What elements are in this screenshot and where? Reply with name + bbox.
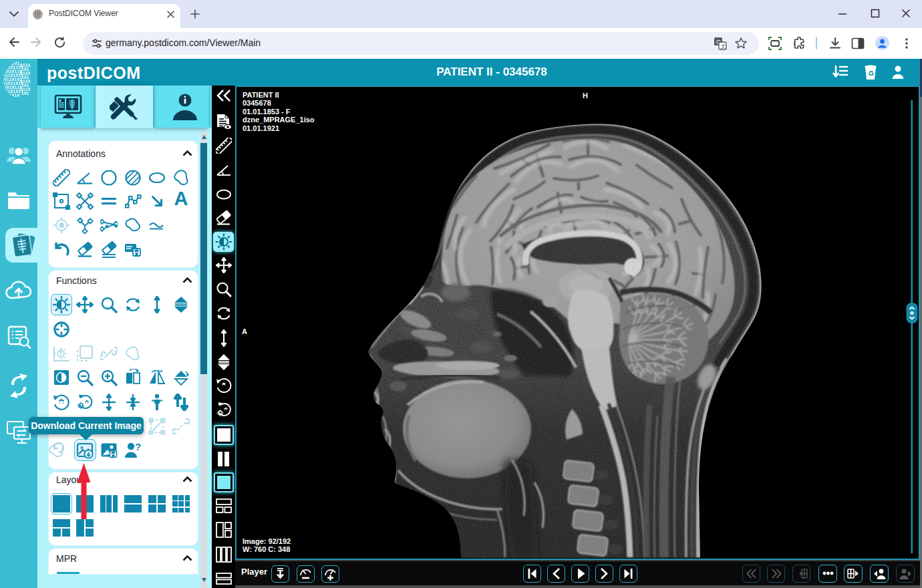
svg-text:文: 文 bbox=[721, 43, 726, 49]
svg-text:1011010: 1011010 bbox=[1, 94, 19, 98]
svg-text:101: 101 bbox=[21, 92, 29, 96]
svg-text:♻: ♻ bbox=[868, 69, 875, 78]
svg-text:?: ? bbox=[135, 442, 141, 452]
